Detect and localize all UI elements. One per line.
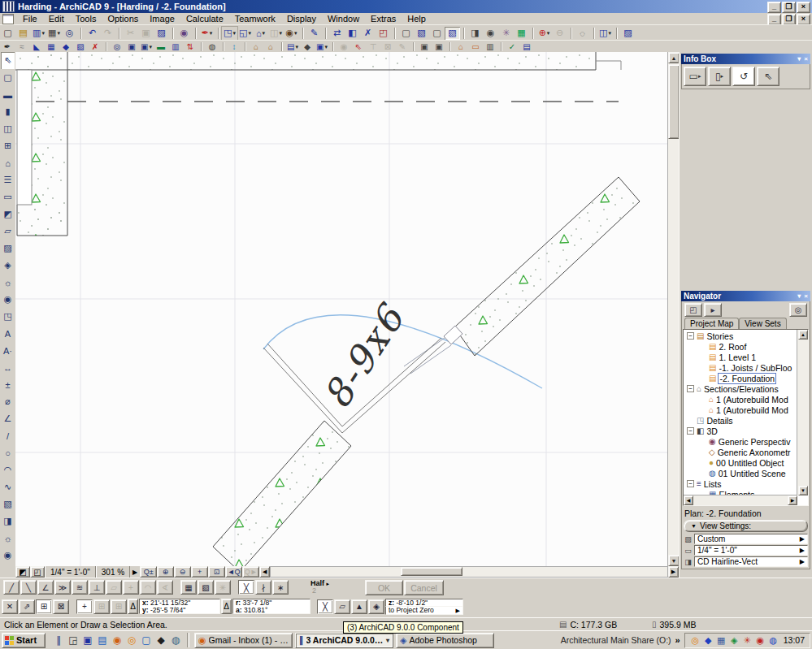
task-photoshop[interactable]: ◈ Adobe Photoshop	[396, 633, 494, 648]
figure-tool-icon[interactable]: ◨	[1, 513, 15, 530]
method-line-icon[interactable]: ╲	[20, 580, 37, 595]
hscroll-left-icon[interactable]: ◀	[259, 566, 270, 578]
arrow-tool-icon[interactable]: ⇖	[1, 52, 15, 69]
tree-roof[interactable]: ▤ 2. Roof	[684, 341, 797, 352]
xref-icon[interactable]: ✗	[360, 27, 376, 40]
unzoom-icon[interactable]: ⊖	[552, 27, 567, 40]
menu-item[interactable]: Teamwork	[229, 13, 281, 24]
view-settings-button[interactable]: ▼ View Settings:	[684, 520, 808, 532]
delta-xy-toggle[interactable]: Δ	[128, 599, 138, 614]
setting-combo[interactable]: Custom ▶	[694, 534, 808, 544]
prev-zoom-icon[interactable]: ◄Q	[225, 566, 242, 578]
quickbar-expand-icon[interactable]: ▶	[130, 566, 140, 578]
photo-icon[interactable]: ◨	[467, 27, 483, 40]
navigator-tab[interactable]: View Sets	[739, 318, 786, 329]
ql-camera-icon[interactable]: ◍	[169, 634, 182, 647]
mesh2-icon[interactable]: ▦	[44, 41, 59, 52]
slab-tool-icon[interactable]: ▱	[1, 223, 15, 240]
radial-dim-tool-icon[interactable]: ⌀	[1, 393, 15, 410]
doc-menu-icon[interactable]: ▣	[139, 41, 154, 52]
no-trace-icon[interactable]: ✗	[88, 41, 102, 52]
arc-seg-icon[interactable]: ◠	[140, 580, 156, 595]
ql-firefox-icon[interactable]: ◉	[111, 634, 124, 647]
navigator-titlebar[interactable]: Navigator ▾ ×	[681, 291, 810, 301]
print-icon[interactable]: ▦	[46, 27, 62, 40]
tree-details[interactable]: ◳ Details	[684, 415, 797, 426]
line-tool-icon[interactable]: /	[1, 427, 15, 444]
tray-volume-icon[interactable]: ◍	[768, 635, 779, 646]
tree-level1[interactable]: ▤ 1. Level 1	[684, 352, 797, 362]
grid-b-icon[interactable]: ⊞	[111, 599, 127, 614]
half-value-control[interactable]: Half ▸ 2	[310, 580, 343, 595]
layout-doc-icon[interactable]: ▢	[429, 27, 445, 40]
next-zoom-icon[interactable]: Q►	[242, 566, 259, 578]
groups-icon[interactable]: ▦	[180, 580, 197, 595]
gravity-none-icon[interactable]: ╳	[317, 599, 333, 614]
z-ref-dropdown-icon[interactable]: ▶	[456, 607, 460, 614]
marquee-view-icon[interactable]: ◌	[575, 27, 590, 40]
circle-tool-icon[interactable]: ○	[1, 444, 15, 461]
menu-item[interactable]: Calculate	[180, 13, 229, 24]
vscroll-thumb[interactable]	[668, 64, 680, 139]
pair1-icon[interactable]: ▣	[417, 41, 432, 52]
save-icon[interactable]: ▥	[31, 27, 46, 40]
canvas-hscrollbar[interactable]	[270, 566, 668, 578]
spin-icon[interactable]: ↕	[227, 41, 241, 52]
ref-line-icon[interactable]: ∤	[255, 580, 271, 595]
z-coordinate-box[interactable]: z: -8'-10 1/2" to Project Zero▶	[385, 599, 463, 614]
mesh-tool-icon[interactable]: ▨	[1, 240, 15, 257]
ql-doc-icon[interactable]: ▢	[140, 634, 153, 647]
menu-item[interactable]: File	[17, 13, 43, 24]
doc-find-icon[interactable]: ▣	[124, 41, 139, 52]
task-gmail[interactable]: ◉ Gmail - Inbox (1) - Mozil...	[194, 633, 293, 648]
magic-wand-icon[interactable]: ✳	[215, 580, 231, 595]
canvas-vscrollbar[interactable]: ▲ ▼	[667, 52, 680, 566]
tree-3d[interactable]: − ◧ 3D	[684, 426, 797, 436]
zoom-percentage[interactable]: 301 %	[96, 566, 130, 578]
box-menu-icon[interactable]: ▣	[315, 41, 329, 52]
check-diamond-icon[interactable]: ✓	[505, 41, 519, 52]
camera2-tool-icon[interactable]: ◉	[1, 547, 15, 564]
navigator-tab[interactable]: Project Map	[684, 318, 739, 329]
arc-tool-icon[interactable]: ◠	[1, 461, 15, 478]
render-icon[interactable]: ✳	[498, 27, 514, 40]
cancel-button[interactable]: Cancel	[404, 580, 444, 595]
panel-menu-icon[interactable]: ▾	[797, 292, 801, 300]
pair2-icon[interactable]: ▣	[432, 41, 446, 52]
minimize-button[interactable]: _	[767, 2, 781, 13]
lamp-tool-icon[interactable]: ☼	[1, 274, 15, 291]
truck-icon[interactable]: ▭	[468, 41, 483, 52]
tree-axonometry[interactable]: ◇ Generic Axonometr	[684, 447, 797, 457]
level-dim-tool-icon[interactable]: ±	[1, 376, 15, 393]
ql-desktop-icon[interactable]: ◲	[67, 634, 80, 647]
tray-blue-icon[interactable]: ◆	[703, 635, 714, 646]
window-select-icon[interactable]: ◫	[597, 27, 613, 40]
ref-multi-icon[interactable]: ∗	[272, 580, 289, 595]
project-map-mode-icon[interactable]: ◰	[684, 303, 702, 317]
gravity-mesh-icon[interactable]: ◈	[368, 599, 384, 614]
scroll-up-icon[interactable]: ▲	[668, 52, 680, 63]
zoom-out-icon[interactable]: ⊖	[174, 566, 191, 578]
3d-window-icon[interactable]: ◰	[376, 27, 391, 40]
delta-ra-toggle[interactable]: Δ	[221, 599, 232, 614]
copy-icon[interactable]: ▣	[138, 27, 154, 40]
taskbar-toolbar-label[interactable]: Architectural Main Share (O:)	[561, 635, 671, 645]
doc-close-button[interactable]: ×	[797, 14, 810, 25]
tree-expander-icon[interactable]: −	[687, 427, 694, 435]
snap-grid-icon[interactable]: ⊞	[36, 599, 52, 614]
menu-item[interactable]: Extras	[365, 13, 402, 24]
window-tool-icon[interactable]: ⊞	[1, 137, 15, 154]
hatch-tool-icon[interactable]: ▧	[1, 495, 15, 513]
tree-expander-icon[interactable]: −	[687, 385, 694, 392]
menu-item[interactable]: Image	[144, 13, 180, 24]
hscroll-thumb[interactable]	[401, 567, 462, 576]
save-view-icon[interactable]: ▥	[168, 41, 183, 52]
ghost-story-icon[interactable]: ◫	[268, 27, 284, 40]
pen2-icon[interactable]: ✒	[0, 41, 15, 52]
angle-dim-tool-icon[interactable]: ∠	[1, 410, 15, 427]
tree-autorebuild2[interactable]: ⌂ 1 (Autorebuild Mod	[684, 405, 797, 415]
zoom-stepper-icon[interactable]: Q±	[140, 566, 157, 578]
start-button[interactable]: Start	[2, 633, 46, 648]
detail-doc-icon[interactable]: ▧	[414, 27, 429, 40]
setting-combo[interactable]: 1/4" = 1'-0" ▶	[694, 545, 808, 556]
